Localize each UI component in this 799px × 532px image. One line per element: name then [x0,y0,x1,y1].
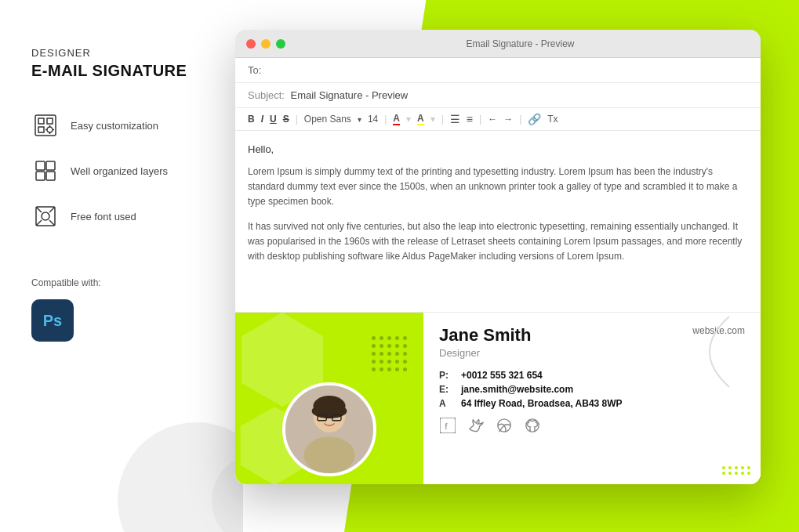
toolbar-list-unordered[interactable]: ☰ [450,113,460,125]
toolbar-indent-right[interactable]: → [503,114,513,125]
toolbar-separator-5: | [519,114,521,125]
mac-close-button[interactable] [246,39,256,49]
feature-label-layers: Well organized layers [71,165,168,177]
svg-point-23 [303,436,354,473]
toolbar-highlight[interactable]: A [417,113,424,125]
email-to-label: To: [248,64,261,76]
photoshop-text: Ps [43,312,62,330]
dot [395,336,399,340]
toolbar-separator-4: | [479,114,481,125]
toolbar-indent-left[interactable]: ← [488,114,497,125]
github-icon[interactable] [524,417,541,434]
twitter-icon[interactable] [467,417,485,434]
dot [403,367,407,371]
email-toolbar: B I U S | Open Sans ▾ 14 | A ▾ A ▾ | ☰ ≡… [235,108,761,131]
feature-item-font: Free font used [31,202,212,230]
toolbar-font-color-sep: ▾ [406,114,411,125]
toolbar-italic[interactable]: I [261,114,263,125]
signature-curve [674,313,737,391]
mac-minimize-button[interactable] [261,39,271,49]
sig-dot [741,466,744,469]
email-signature: website.com Jane Smith Designer P: +0012… [235,312,761,484]
svg-point-14 [42,212,49,220]
toolbar-font-color[interactable]: A [393,113,400,125]
dot [387,344,391,348]
feature-item-customization: Easy customization [31,111,212,139]
address-value: 64 Iffley Road, Broadsea, AB43 8WP [461,398,623,409]
dot [395,367,399,371]
feature-label-font: Free font used [71,211,136,223]
toolbar-link[interactable]: 🔗 [528,113,541,125]
dot [372,360,376,364]
dot [380,360,383,364]
svg-line-16 [49,207,55,212]
email-subject-value: Email Signature - Preview [291,89,409,101]
signature-green-section [235,313,423,484]
dot [372,344,376,348]
phone-value: +0012 555 321 654 [461,370,543,381]
svg-rect-2 [47,118,53,124]
svg-rect-12 [46,172,55,180]
sig-dot [735,472,738,475]
feature-label-customization: Easy customization [71,120,158,132]
toolbar-list-ordered[interactable]: ≡ [467,113,473,125]
svg-rect-11 [36,172,45,180]
dot [372,336,376,340]
svg-text:f: f [445,421,448,432]
dots-grid [372,336,408,372]
left-panel: DESIGNER E-MAIL SIGNATURE Easy customiza… [0,0,243,532]
toolbar-underline[interactable]: U [270,114,277,125]
svg-line-15 [36,207,42,212]
dot [403,344,407,348]
dot [380,367,383,371]
dot [380,336,383,340]
toolbar-clear[interactable]: Tx [547,114,557,125]
toolbar-separator-2: | [384,114,387,125]
svg-rect-9 [36,161,45,170]
toolbar-font-size-arrow: ▾ [358,115,361,124]
dot [380,352,383,356]
dot [372,352,376,356]
email-paragraph-2: It has survived not only five centuries,… [248,219,748,265]
svg-rect-1 [38,118,44,124]
sig-dot [728,472,732,475]
toolbar-strikethrough[interactable]: S [283,114,289,125]
brand-subtitle: DESIGNER [31,47,212,59]
sig-dot [747,466,750,469]
dot [395,344,399,348]
signature-dots [722,466,751,475]
dot [372,367,376,371]
address-label: A [439,398,455,409]
signature-address-row: A 64 Iffley Road, Broadsea, AB43 8WP [439,398,745,409]
mac-titlebar: Email Signature - Preview [235,30,761,58]
toolbar-separator-1: | [296,114,298,125]
feature-item-layers: Well organized layers [31,157,212,185]
dot [380,344,383,348]
facebook-icon[interactable]: f [439,417,456,434]
toolbar-font-size[interactable]: 14 [368,114,378,125]
dot [387,336,391,340]
social-icons-row: f [439,417,745,434]
svg-point-4 [47,127,53,132]
phone-label: P: [439,370,455,381]
email-label: E: [439,384,455,395]
feature-list: Easy customization Well organized layers [31,111,212,230]
dribbble-icon[interactable] [496,417,513,434]
toolbar-font-family[interactable]: Open Sans [304,114,351,125]
sig-dot [728,466,732,469]
dot [387,352,391,356]
sig-dot [735,466,738,469]
sig-dot [741,472,744,475]
email-value: jane.smith@website.com [461,384,573,395]
compatible-label: Compatible with: [31,277,212,288]
layers-icon [31,157,60,185]
svg-rect-3 [38,127,44,132]
svg-line-18 [49,220,55,226]
toolbar-bold[interactable]: B [248,114,255,125]
left-panel-decoration [0,328,243,532]
svg-point-22 [312,404,347,418]
mac-window-title: Email Signature - Preview [291,38,750,49]
mac-maximize-button[interactable] [276,39,285,49]
signature-info-section: website.com Jane Smith Designer P: +0012… [423,313,761,484]
dot [403,360,407,364]
